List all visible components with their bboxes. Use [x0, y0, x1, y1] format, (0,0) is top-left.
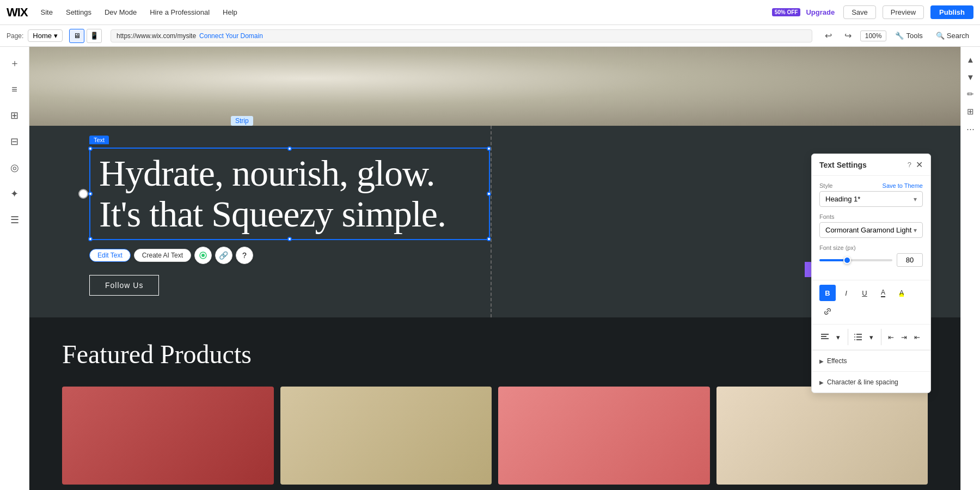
scroll-up-button[interactable]: ▲	[963, 51, 979, 68]
zoom-indicator[interactable]: 100%	[860, 30, 887, 41]
product-card-4[interactable]	[716, 387, 928, 485]
rtl-button[interactable]: ⇤	[912, 329, 923, 345]
font-size-slider[interactable]	[819, 259, 892, 261]
sidebar-item-menus[interactable]: ≡	[3, 77, 27, 101]
scroll-down-button[interactable]: ▼	[963, 69, 979, 85]
svg-rect-4	[821, 338, 829, 339]
style-label-row: Style Save to Theme	[819, 182, 923, 189]
connect-domain-link[interactable]: Connect Your Domain	[199, 32, 263, 40]
format-toolbar: B I U A A	[812, 280, 930, 324]
sidebar-item-apps[interactable]: ✦	[3, 182, 27, 206]
panel-close-button[interactable]: ✕	[916, 160, 923, 170]
handle-top-mid[interactable]	[287, 146, 292, 151]
align-separator	[848, 329, 848, 345]
sidebar-item-layers[interactable]: ☰	[3, 208, 27, 232]
handle-top-right[interactable]	[487, 146, 491, 151]
char-spacing-section: ▶ Character & line spacing	[812, 371, 930, 393]
undo-button[interactable]: ↩	[821, 28, 836, 44]
blocks-icon: ⊟	[10, 136, 19, 148]
panel-header: Text Settings ? ✕	[812, 154, 930, 176]
handle-bottom-right[interactable]	[487, 237, 491, 241]
sidebar-item-blocks[interactable]: ⊟	[3, 130, 27, 154]
handle-top-left[interactable]	[88, 146, 93, 151]
product-card-2[interactable]	[280, 387, 492, 485]
indent-more-button[interactable]: ⇥	[899, 329, 910, 345]
follow-us-button[interactable]: Follow Us	[89, 275, 159, 296]
handle-bottom-left[interactable]	[88, 237, 93, 241]
align-chevron[interactable]: ▾	[832, 329, 843, 345]
preview-button[interactable]: Preview	[883, 5, 924, 19]
menu-icon: ≡	[11, 84, 17, 95]
font-size-input[interactable]	[897, 253, 923, 267]
product-card-3[interactable]	[498, 387, 710, 485]
svg-rect-7	[856, 339, 862, 340]
handle-bottom-mid[interactable]	[287, 237, 292, 241]
list-chevron[interactable]: ▾	[866, 329, 877, 345]
link-button[interactable]: 🔗	[215, 247, 232, 264]
underline-button[interactable]: U	[856, 285, 873, 301]
nav-help[interactable]: Help	[218, 6, 242, 19]
font-select[interactable]: Cormorant Garamond Light ▾	[819, 222, 923, 238]
page-selector[interactable]: Home ▾	[28, 29, 63, 42]
nav-site[interactable]: Site	[36, 6, 57, 19]
save-to-theme-link[interactable]: Save to Theme	[883, 182, 923, 189]
sidebar-item-media[interactable]: ◎	[3, 156, 27, 180]
text-element[interactable]: Hydrate, nourish, glow. It's that Squeez…	[89, 148, 490, 240]
list-icon	[854, 334, 862, 340]
panel-body: Style Save to Theme Heading 1* ▾ Fonts C…	[812, 176, 930, 280]
product-card-1[interactable]	[62, 387, 274, 485]
list-button[interactable]	[853, 329, 863, 345]
page-name: Home	[33, 32, 52, 40]
nav-hire[interactable]: Hire a Professional	[145, 6, 214, 19]
url-bar: https://www.wix.com/mysite Connect Your …	[111, 29, 812, 42]
italic-button[interactable]: I	[838, 285, 854, 301]
align-left-icon	[821, 334, 829, 340]
edit-text-button[interactable]: Edit Text	[89, 249, 131, 262]
mobile-view-button[interactable]: 📱	[87, 29, 102, 43]
style-row: Style Save to Theme Heading 1* ▾	[819, 182, 923, 207]
indent-less-button[interactable]: ⇤	[886, 329, 897, 345]
align-toolbar: ▾ ▾ ⇤ ⇥ ⇤	[812, 324, 930, 350]
font-size-row: Font size (px)	[819, 244, 923, 267]
crop-tool-button[interactable]: ⊞	[963, 103, 979, 120]
nav-settings[interactable]: Settings	[62, 6, 96, 19]
publish-button[interactable]: Publish	[930, 5, 973, 19]
draw-tool-button[interactable]: ✏	[963, 86, 979, 102]
bold-button[interactable]: B	[819, 285, 836, 301]
create-ai-text-button[interactable]: Create AI Text	[134, 249, 191, 262]
top-nav: WIX Site Settings Dev Mode Hire a Profes…	[0, 0, 980, 25]
upgrade-button[interactable]: Upgrade	[806, 8, 835, 16]
sidebar-item-pages[interactable]: ⊞	[3, 103, 27, 127]
font-chevron-icon: ▾	[914, 226, 917, 234]
char-spacing-arrow-icon: ▶	[819, 379, 824, 385]
text-color-button[interactable]: A	[875, 285, 891, 301]
desktop-view-button[interactable]: 🖥	[69, 29, 84, 43]
slider-thumb[interactable]	[843, 256, 851, 264]
svg-rect-3	[821, 336, 826, 337]
anchor-circle[interactable]	[78, 189, 88, 199]
align-left-button[interactable]	[819, 329, 830, 345]
handle-left-mid[interactable]	[88, 192, 93, 196]
link-format-button[interactable]	[819, 303, 836, 320]
tools-button[interactable]: 🔧 Tools	[891, 30, 927, 41]
sidebar-item-add[interactable]: ＋	[3, 51, 27, 75]
page-label: Page:	[7, 32, 23, 40]
nav-devmode[interactable]: Dev Mode	[100, 6, 141, 19]
panel-help-button[interactable]: ?	[908, 161, 911, 169]
highlight-button[interactable]: A	[893, 285, 910, 301]
redo-button[interactable]: ↪	[841, 28, 856, 44]
effects-toggle[interactable]: ▶ Effects	[819, 355, 923, 367]
handle-right-mid[interactable]	[487, 192, 491, 196]
svg-rect-2	[821, 334, 829, 335]
char-spacing-toggle[interactable]: ▶ Character & line spacing	[819, 376, 923, 388]
svg-rect-5	[856, 334, 862, 335]
search-button[interactable]: 🔍 Search	[932, 30, 973, 41]
visibility-toggle[interactable]	[194, 247, 212, 264]
more-options-button[interactable]: ⋯	[963, 121, 979, 137]
save-button[interactable]: Save	[843, 5, 876, 19]
strip-label[interactable]: Strip	[231, 116, 253, 126]
badge-50off: 50% OFF	[772, 8, 801, 16]
help-circle-button[interactable]: ?	[236, 247, 253, 264]
style-select[interactable]: Heading 1* ▾	[819, 191, 923, 207]
text-toolbar: Edit Text Create AI Text 🔗 ?	[89, 247, 928, 264]
